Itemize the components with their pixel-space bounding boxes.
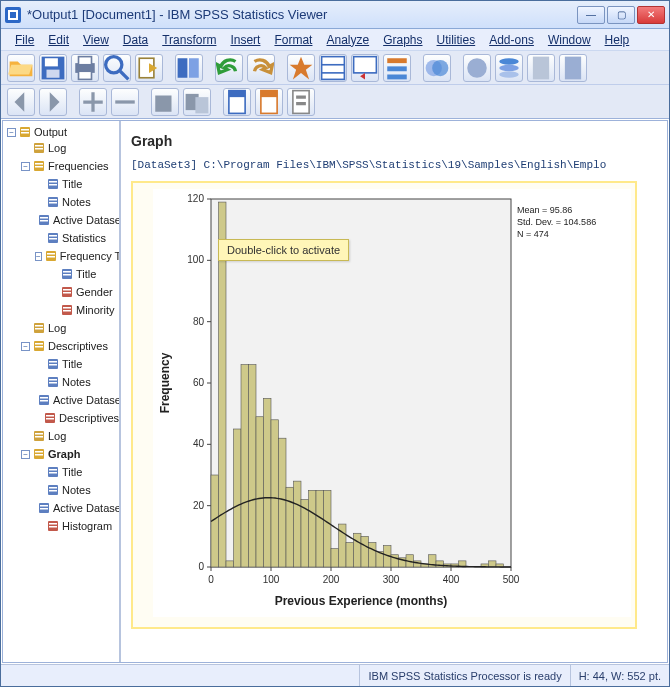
svg-rect-150: [309, 490, 317, 567]
svg-rect-140: [234, 429, 242, 567]
tree-label: Log: [48, 140, 66, 156]
menu-help[interactable]: Help: [599, 31, 636, 49]
menu-format[interactable]: Format: [268, 31, 318, 49]
plus-icon: [80, 89, 106, 115]
menu-utilities[interactable]: Utilities: [431, 31, 482, 49]
svg-rect-151: [316, 490, 324, 567]
recall-dialog-button[interactable]: [175, 54, 203, 82]
menu-view[interactable]: View: [77, 31, 115, 49]
demote-button[interactable]: [111, 88, 139, 116]
expand-button[interactable]: [183, 88, 211, 116]
close-button[interactable]: ✕: [637, 6, 665, 24]
show-hidden-button[interactable]: [463, 54, 491, 82]
nav-forward-button[interactable]: [39, 88, 67, 116]
tree-node[interactable]: Log: [21, 139, 119, 157]
show-button[interactable]: [223, 88, 251, 116]
menu-edit[interactable]: Edit: [42, 31, 75, 49]
menu-graphs[interactable]: Graphs: [377, 31, 428, 49]
svg-rect-70: [63, 292, 71, 294]
spss-viewer-window: *Output1 [Document1] - IBM SPSS Statisti…: [0, 0, 670, 687]
titlebar[interactable]: *Output1 [Document1] - IBM SPSS Statisti…: [1, 1, 669, 29]
tree-node[interactable]: −Frequencies: [21, 157, 119, 175]
maximize-button[interactable]: ▢: [607, 6, 635, 24]
tree-toggle[interactable]: −: [7, 128, 16, 137]
tree-toggle[interactable]: −: [35, 252, 42, 261]
svg-rect-54: [49, 199, 57, 201]
select-button[interactable]: [423, 54, 451, 82]
tree-node[interactable]: Descriptives: [35, 409, 119, 427]
svg-rect-58: [40, 220, 48, 222]
svg-text:300: 300: [383, 574, 400, 585]
doc-blue-icon: [224, 89, 250, 115]
tree-node[interactable]: Title: [35, 175, 119, 193]
save-button[interactable]: [39, 54, 67, 82]
box-icon: [152, 89, 178, 115]
tree-toggle[interactable]: −: [21, 450, 30, 459]
tree-root-node[interactable]: −Output: [7, 125, 119, 139]
redo-button[interactable]: [247, 54, 275, 82]
tree-node[interactable]: Title: [35, 355, 119, 373]
print-button[interactable]: [71, 54, 99, 82]
preview-button[interactable]: [103, 54, 131, 82]
svg-rect-79: [35, 346, 43, 348]
tree-toggle[interactable]: −: [21, 162, 30, 171]
svg-rect-84: [49, 379, 57, 381]
menu-addons[interactable]: Add-ons: [483, 31, 540, 49]
export-button[interactable]: [135, 54, 163, 82]
tree-node[interactable]: Active Dataset: [35, 211, 119, 229]
designate-button[interactable]: [287, 88, 315, 116]
svg-rect-73: [63, 310, 71, 312]
tree-node[interactable]: Minority: [49, 301, 119, 319]
menu-insert[interactable]: Insert: [224, 31, 266, 49]
tree-node[interactable]: Notes: [35, 373, 119, 391]
tree-node[interactable]: Statistics: [35, 229, 119, 247]
svg-text:0: 0: [208, 574, 214, 585]
menu-transform[interactable]: Transform: [156, 31, 222, 49]
tree-label: Log: [48, 428, 66, 444]
goto-data-button[interactable]: [287, 54, 315, 82]
app-icon: [5, 7, 21, 23]
content-pane[interactable]: Graph [DataSet3] C:\Program Files\IBM\SP…: [121, 121, 667, 662]
svg-rect-42: [21, 129, 29, 131]
variables-button[interactable]: [383, 54, 411, 82]
svg-text:Mean = 95.86: Mean = 95.86: [517, 205, 572, 215]
svg-rect-76: [35, 328, 43, 330]
tree-node[interactable]: −Frequency Table: [35, 247, 119, 265]
tree-node[interactable]: Active Dataset: [35, 499, 119, 517]
insert-text-button[interactable]: [559, 54, 587, 82]
open-button[interactable]: [7, 54, 35, 82]
tree-node[interactable]: Title: [35, 463, 119, 481]
overlap-icon: [424, 55, 450, 81]
insert-heading-button[interactable]: [495, 54, 523, 82]
chart-object[interactable]: Double-click to activate 020406080100120…: [131, 181, 637, 629]
menu-file[interactable]: File: [9, 31, 40, 49]
promote-button[interactable]: [79, 88, 107, 116]
tree-node[interactable]: −Descriptives: [21, 337, 119, 355]
tree-toggle[interactable]: −: [21, 342, 30, 351]
outline-pane[interactable]: −OutputLog−FrequenciesTitleNotesActive D…: [3, 121, 121, 662]
tree-node[interactable]: Log: [21, 427, 119, 445]
tree-node[interactable]: Active Dataset: [35, 391, 119, 409]
svg-rect-91: [46, 418, 54, 420]
undo-button[interactable]: [215, 54, 243, 82]
collapse-button[interactable]: [151, 88, 179, 116]
goto-case-button[interactable]: [319, 54, 347, 82]
svg-rect-37: [261, 90, 277, 97]
nav-back-button[interactable]: [7, 88, 35, 116]
insert-title-button[interactable]: [527, 54, 555, 82]
tree-node[interactable]: Log: [21, 319, 119, 337]
menu-analyze[interactable]: Analyze: [320, 31, 375, 49]
tree-node[interactable]: Notes: [35, 481, 119, 499]
tree-node[interactable]: Title: [49, 265, 119, 283]
menu-window[interactable]: Window: [542, 31, 597, 49]
hide-button[interactable]: [255, 88, 283, 116]
menu-data[interactable]: Data: [117, 31, 154, 49]
goto-variable-button[interactable]: [351, 54, 379, 82]
tree-node[interactable]: −Graph: [21, 445, 119, 463]
minimize-button[interactable]: —: [577, 6, 605, 24]
tree-node[interactable]: Notes: [35, 193, 119, 211]
svg-rect-18: [354, 56, 377, 72]
tree-node[interactable]: Histogram: [35, 517, 119, 535]
tree-node[interactable]: Gender: [49, 283, 119, 301]
svg-rect-146: [279, 438, 287, 567]
